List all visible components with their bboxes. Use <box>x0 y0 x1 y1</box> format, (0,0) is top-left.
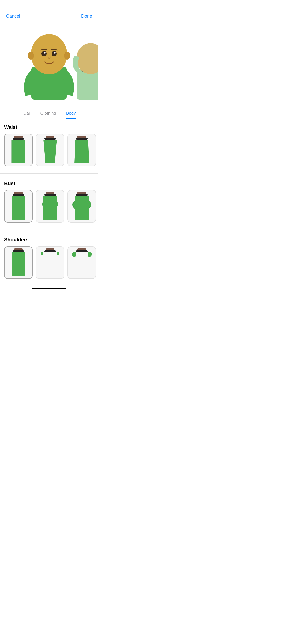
done-button[interactable]: Done <box>81 14 92 19</box>
svg-point-4 <box>31 34 67 74</box>
avatar-svg <box>16 30 82 106</box>
svg-rect-17 <box>13 138 24 140</box>
bust-option-1[interactable] <box>4 190 33 223</box>
header: Cancel Done <box>0 0 98 23</box>
waist-options <box>4 134 94 169</box>
svg-rect-35 <box>44 250 56 252</box>
svg-rect-37 <box>76 250 88 252</box>
waist-option-3[interactable] <box>67 134 96 166</box>
waist-2-svg <box>39 136 61 165</box>
svg-point-7 <box>41 51 47 56</box>
bust-section: Bust <box>0 176 98 228</box>
main-avatar <box>16 30 82 106</box>
waist-title: Waist <box>4 124 94 130</box>
shoulders-1-svg <box>7 248 30 277</box>
bust-title: Bust <box>4 181 94 186</box>
shoulders-2-svg <box>39 248 61 277</box>
bust-option-3[interactable] <box>67 190 96 223</box>
side-avatar <box>73 41 98 106</box>
shoulders-option-2[interactable] <box>36 246 64 279</box>
home-indicator <box>32 288 66 289</box>
waist-1-svg <box>7 136 30 165</box>
waist-section: Waist <box>0 119 98 171</box>
tab-bar: …ar Clothing Body <box>0 108 98 119</box>
avatar-preview-area <box>0 23 98 106</box>
bust-options <box>4 190 94 225</box>
divider-2 <box>0 230 98 230</box>
svg-rect-25 <box>13 194 24 196</box>
shoulders-section: Shoulders <box>0 232 98 284</box>
tab-clothing[interactable]: Clothing <box>40 111 56 119</box>
tab-body[interactable]: Body <box>66 111 76 119</box>
svg-point-10 <box>54 52 56 54</box>
svg-point-30 <box>72 200 79 209</box>
bust-2-svg <box>39 192 61 221</box>
waist-option-1[interactable] <box>4 134 33 166</box>
bust-3-svg <box>70 192 93 221</box>
svg-point-9 <box>44 52 46 54</box>
tab-headwear[interactable]: …ar <box>22 111 30 119</box>
shoulders-3-svg <box>70 248 93 277</box>
svg-rect-23 <box>76 138 88 140</box>
waist-3-svg <box>70 136 93 165</box>
svg-point-31 <box>84 200 91 209</box>
side-avatar-svg <box>73 41 98 103</box>
shoulders-option-1[interactable] <box>4 246 33 279</box>
bust-option-2[interactable] <box>36 190 64 223</box>
shoulders-options <box>4 246 94 281</box>
svg-rect-29 <box>76 194 88 196</box>
svg-point-6 <box>64 52 70 60</box>
cancel-button[interactable]: Cancel <box>6 14 20 19</box>
svg-rect-33 <box>13 250 24 252</box>
shoulders-title: Shoulders <box>4 237 94 243</box>
svg-point-5 <box>28 52 34 60</box>
waist-option-2[interactable] <box>36 134 64 166</box>
divider-1 <box>0 173 98 174</box>
svg-rect-11 <box>77 69 98 100</box>
svg-rect-21 <box>44 138 56 140</box>
svg-point-8 <box>52 51 57 56</box>
bust-1-svg <box>7 192 30 221</box>
shoulders-option-3[interactable] <box>67 246 96 279</box>
svg-rect-27 <box>44 194 56 196</box>
